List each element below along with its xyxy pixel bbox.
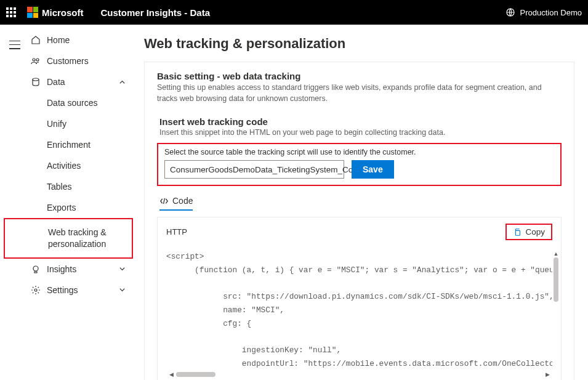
chevron-down-icon [119,265,126,272]
section-title: Insert web tracking code [159,116,562,127]
vertical-scrollbar[interactable]: ▲ [552,250,560,363]
home-icon [30,35,42,45]
copy-label: Copy [525,227,545,236]
nav-label: Data [47,77,65,87]
nav-label: Tables [47,182,71,192]
sidebar-item-customers[interactable]: Customers [30,51,131,71]
svg-point-1 [33,59,35,61]
save-button[interactable]: Save [352,160,394,179]
menu-toggle-icon[interactable] [9,41,20,49]
nav-label: Enrichment [47,140,91,150]
sidebar-item-settings[interactable]: Settings [30,280,131,301]
sidebar-item-data[interactable]: Data [30,71,131,92]
field-label: Select the source table the tracking scr… [164,148,554,156]
nav-label: Exports [47,203,76,212]
svg-point-2 [36,59,39,61]
page-title: Web tracking & personalization [144,36,574,52]
sidebar-item-enrichment[interactable]: Enrichment [30,134,131,155]
section-description: Insert this snippet into the HTML on you… [159,128,562,137]
sidebar-item-tables[interactable]: Tables [30,176,131,197]
gear-icon [30,285,42,295]
horizontal-scrollbar[interactable]: ◀ ▶ [166,370,552,379]
environment-name: Production Demo [520,8,582,17]
code-scroll-area[interactable]: <script> (function (a, t, i) { var e = "… [166,250,552,370]
insights-icon [30,264,42,274]
tab-label: Code [172,196,193,206]
scroll-thumb[interactable] [176,372,215,377]
svg-point-5 [34,289,37,291]
sidebar: Home Customers Data Data sources Unify E… [30,25,131,380]
nav-label: Activities [47,161,81,171]
chevron-down-icon [119,286,126,293]
code-language: HTTP [166,227,187,236]
code-icon [159,196,169,206]
environment-picker[interactable]: Production Demo [505,7,582,17]
chevron-up-icon [119,79,126,86]
environment-icon [505,7,515,17]
sidebar-item-activities[interactable]: Activities [30,155,131,176]
nav-label: Settings [47,285,78,295]
tab-code[interactable]: Code [159,196,193,211]
sidebar-item-home[interactable]: Home [30,30,131,51]
data-icon [30,77,42,87]
svg-point-4 [33,266,38,271]
main-content: Web tracking & personalization Basic set… [131,25,588,380]
nav-label: Insights [47,264,76,274]
scroll-right-arrow[interactable]: ▶ [544,371,551,378]
app-launcher-icon[interactable] [6,7,16,17]
nav-label: Customers [47,56,89,66]
scroll-thumb[interactable] [554,257,558,302]
basic-setting-card: Basic setting - web data tracking Settin… [144,62,574,380]
scroll-up-arrow[interactable]: ▲ [552,250,560,257]
source-table-select[interactable]: ConsumerGoodsDemoData_TicketingSystem_Co… [164,160,344,179]
code-block: HTTP Copy <script> (function (a, t, i) {… [157,217,562,380]
customers-icon [30,56,42,66]
sidebar-item-data-sources[interactable]: Data sources [30,92,131,113]
nav-label: Home [47,35,70,45]
sidebar-item-insights[interactable]: Insights [30,259,131,280]
svg-rect-6 [516,230,520,235]
sidebar-item-exports[interactable]: Exports [30,197,131,218]
nav-label: Web tracking & personalization [48,227,127,250]
code-content: <script> (function (a, t, i) { var e = "… [166,250,552,370]
select-value: ConsumerGoodsDemoData_TicketingSystem_Co… [170,165,360,174]
card-description: Setting this up enables access to standa… [157,83,562,104]
svg-point-3 [33,78,39,81]
copy-icon [513,228,522,236]
nav-label: Data sources [47,98,97,108]
source-table-highlight: Select the source table the tracking scr… [157,143,562,186]
product-name: Customer Insights - Data [101,7,211,18]
brand-text: Microsoft [42,7,84,18]
card-title: Basic setting - web data tracking [157,71,562,81]
copy-button[interactable]: Copy [505,224,552,240]
microsoft-logo: Microsoft [27,7,84,18]
sidebar-item-unify[interactable]: Unify [30,113,131,134]
scroll-left-arrow[interactable]: ◀ [167,371,175,378]
sidebar-item-web-tracking[interactable]: Web tracking & personalization [5,221,132,256]
nav-label: Unify [47,119,66,129]
